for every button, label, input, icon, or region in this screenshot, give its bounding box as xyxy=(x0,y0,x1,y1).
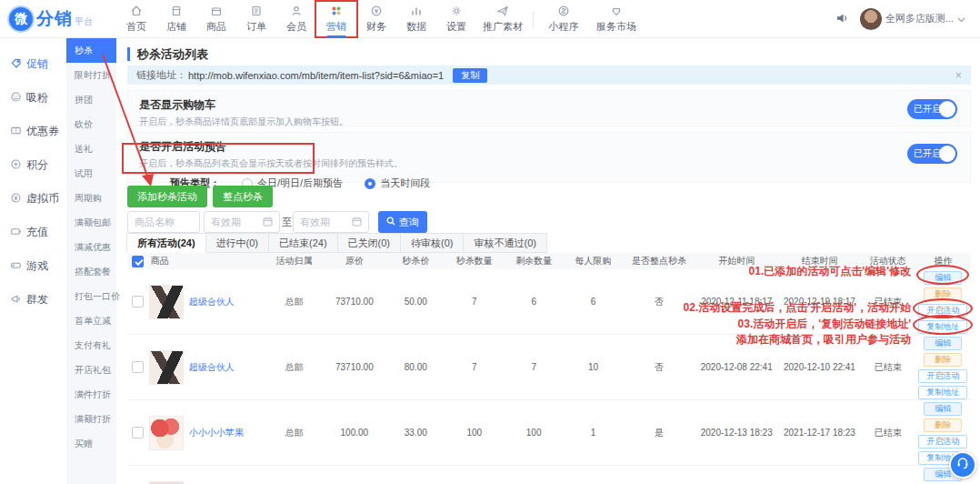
activity-url: http://mob.wifenxiao.com/mb/item/item-li… xyxy=(188,70,444,81)
sidebar-item-fans[interactable]: 吸粉 xyxy=(0,81,66,115)
nav-item-miniprogram[interactable]: 小程序 xyxy=(537,2,590,36)
tab[interactable]: 待审核(0) xyxy=(400,233,464,253)
submenu-item[interactable]: 满减优惠 xyxy=(66,235,116,259)
status-badge: 已结束 xyxy=(861,296,915,308)
nav-item-service-market[interactable]: 服务市场 xyxy=(590,2,643,36)
submenu-item[interactable]: 支付有礼 xyxy=(66,333,116,358)
customer-service-button[interactable] xyxy=(949,451,976,479)
nav-item-promo-material[interactable]: 推广素材 xyxy=(476,2,529,36)
copy-address-button[interactable]: 复制地址 xyxy=(918,386,967,399)
submenu-item[interactable]: 满件打折 xyxy=(66,382,116,407)
tab[interactable]: 已结束(24) xyxy=(268,233,338,253)
submenu-item[interactable]: 拼团 xyxy=(66,87,116,112)
nav-item-goods[interactable]: 商品 xyxy=(196,2,236,36)
cell-seckill-price: 50.00 xyxy=(387,297,445,307)
tag-icon xyxy=(10,57,22,72)
nav-item-finance[interactable]: 财务 xyxy=(356,2,396,36)
open-activity-button[interactable]: 开启活动 xyxy=(918,304,967,318)
nav-item-members[interactable]: 会员 xyxy=(276,2,316,36)
sidebar-item-virtual-coin[interactable]: 虚拟币 xyxy=(0,182,66,216)
cart-setting-desc: 开启后，秒杀商品详情页底部显示加入购物车按钮。 xyxy=(128,113,970,128)
cell-start-time: 2020-12-08 22:41 xyxy=(695,362,778,372)
product-image xyxy=(149,350,184,385)
open-activity-button[interactable]: 开启活动 xyxy=(918,435,967,449)
product-image xyxy=(149,285,184,319)
product-name-input[interactable]: 商品名称 xyxy=(127,211,200,233)
radio-checked-icon[interactable] xyxy=(365,178,375,189)
preview-toggle[interactable]: 已开启 xyxy=(907,144,957,164)
product-link[interactable]: 小小小小苹果 xyxy=(189,427,244,439)
cell-remain: 7 xyxy=(504,362,563,372)
nav-item-data[interactable]: 数据 xyxy=(396,2,436,36)
radio-option-timeslot[interactable]: 当天时间段 xyxy=(365,176,430,190)
row-checkbox[interactable] xyxy=(132,296,144,308)
product-image xyxy=(149,481,184,484)
delete-button[interactable]: 删除 xyxy=(924,287,962,301)
announcement-speaker-icon[interactable] xyxy=(835,11,849,27)
nav-item-settings[interactable]: 设置 xyxy=(436,2,476,36)
finance-icon xyxy=(370,5,383,18)
select-all-checkbox[interactable] xyxy=(132,256,144,267)
submenu-item[interactable]: 限时打折 xyxy=(66,63,116,87)
row-checkbox[interactable] xyxy=(132,361,144,373)
submenu-item[interactable]: 送礼 xyxy=(66,136,116,161)
edit-button[interactable]: 编辑 xyxy=(924,271,962,285)
edit-button[interactable]: 编辑 xyxy=(924,402,962,416)
cell-start-time: 2020-12-13 18:23 xyxy=(695,428,778,438)
submenu-item[interactable]: 砍价 xyxy=(66,112,116,136)
sidebar-item-broadcast[interactable]: 群发 xyxy=(0,283,66,317)
open-activity-button[interactable]: 开启活动 xyxy=(918,369,967,383)
tab[interactable]: 已关闭(0) xyxy=(337,233,401,253)
col-start: 开始时间 xyxy=(695,255,778,267)
submenu-item[interactable]: 打包一口价 xyxy=(66,284,116,308)
tab[interactable]: 审核不通过(0) xyxy=(463,233,546,253)
cart-setting-title: 是否显示购物车 xyxy=(128,91,970,113)
shop-icon xyxy=(170,5,183,18)
submenu-item[interactable]: 首单立减 xyxy=(66,308,116,333)
nav-item-shop[interactable]: 店铺 xyxy=(156,2,196,36)
copy-link-button[interactable]: 复制 xyxy=(453,68,487,83)
submenu-item[interactable]: 买赠 xyxy=(66,431,116,456)
tab[interactable]: 所有活动(24) xyxy=(126,233,206,253)
delete-button[interactable]: 删除 xyxy=(924,418,962,432)
tab[interactable]: 进行中(0) xyxy=(205,233,269,253)
date-start-input[interactable]: 有效期 xyxy=(204,211,280,233)
submenu-item[interactable]: 开店礼包 xyxy=(66,358,116,382)
submenu-item[interactable]: 满额打折 xyxy=(66,407,116,431)
activity-tabs: 所有活动(24)进行中(0)已结束(24)已关闭(0)待审核(0)审核不通过(0… xyxy=(127,233,547,253)
sidebar-item-games[interactable]: 游戏 xyxy=(0,249,66,283)
row-checkbox[interactable] xyxy=(132,427,144,439)
close-icon[interactable]: × xyxy=(955,69,962,81)
table-row: 超级合伙人 总部 73710.00 80.00 7 7 10 否 2020-12… xyxy=(127,335,971,400)
nav-item-orders[interactable]: 订单 xyxy=(236,2,276,36)
status-badge: 已结束 xyxy=(861,361,915,374)
delete-button[interactable]: 删除 xyxy=(924,353,962,367)
main-content: 秒杀活动列表 链接地址： http://mob.wifenxiao.com/mb… xyxy=(116,38,980,484)
submenu-item[interactable]: 秒杀 xyxy=(66,38,116,63)
product-link[interactable]: 超级合伙人 xyxy=(189,361,235,374)
submenu-item[interactable]: 满额包邮 xyxy=(66,210,116,235)
nav-item-marketing[interactable]: 营销 xyxy=(316,2,356,36)
sidebar-item-points[interactable]: 积分 xyxy=(0,148,66,182)
edit-button[interactable]: 编辑 xyxy=(924,337,962,350)
cart-toggle[interactable]: 已开启 xyxy=(907,99,957,119)
submenu-item[interactable]: 搭配套餐 xyxy=(66,259,116,284)
cell-price: 73710.00 xyxy=(322,297,386,307)
submenu-item[interactable]: 周期购 xyxy=(66,186,116,210)
nav-item-home[interactable]: 首页 xyxy=(116,2,156,36)
cell-end-time: 2020-12-19 18:17 xyxy=(778,297,861,307)
date-end-input[interactable]: 有效期 xyxy=(293,211,369,233)
sidebar-item-promotion[interactable]: 促销 xyxy=(0,47,66,81)
sidebar-item-coupon[interactable]: 优惠券 xyxy=(0,115,66,148)
preview-setting-desc: 开启后，秒杀商品列表页会显示按天或者按时间排列的预告样式。 xyxy=(128,155,970,170)
hourly-seckill-button[interactable]: 整点秒杀 xyxy=(213,186,273,207)
product-link[interactable]: 超级合伙人 xyxy=(189,296,235,308)
search-button[interactable]: 查询 xyxy=(378,211,427,233)
submenu-item[interactable]: 试用 xyxy=(66,161,116,186)
account-menu[interactable]: 全网多店版测... xyxy=(860,8,965,30)
copy-address-button[interactable]: 复制地址 xyxy=(918,320,967,334)
add-seckill-button[interactable]: 添加秒杀活动 xyxy=(127,186,207,207)
cell-belong: 总部 xyxy=(266,361,322,374)
preview-setting-card: 是否开启活动预告 开启后，秒杀商品列表页会显示按天或者按时间排列的预告样式。 预… xyxy=(127,132,971,183)
sidebar-item-recharge[interactable]: 充值 xyxy=(0,216,66,249)
